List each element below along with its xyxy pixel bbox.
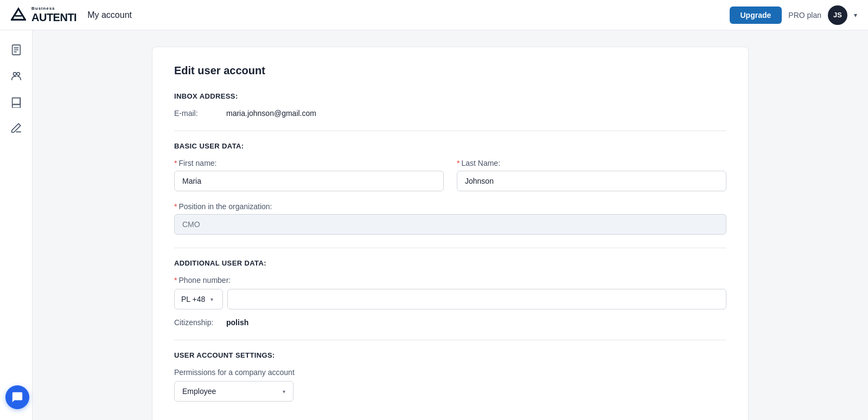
last-name-col: * Last Name: (457, 159, 726, 191)
chat-button[interactable] (5, 385, 29, 409)
required-star-firstname: * (174, 159, 177, 167)
citizenship-value: polish (226, 318, 248, 327)
phone-country-value: PL +48 (181, 295, 205, 303)
header-chevron-icon[interactable]: ▾ (854, 11, 857, 19)
sidebar-item-pen[interactable] (5, 117, 27, 139)
logo-text: AUTENTI (31, 11, 76, 23)
name-row: * First name: * Last Name: (174, 159, 726, 191)
citizenship-label: Citizenship: (174, 318, 218, 327)
first-name-col: * First name: (174, 159, 444, 191)
svg-point-7 (16, 73, 19, 76)
upgrade-button[interactable]: Upgrade (730, 7, 782, 24)
citizenship-row: Citizenship: polish (174, 318, 726, 327)
position-label: * Position in the organization: (174, 202, 726, 211)
email-value: maria.johnson@gmail.com (226, 109, 316, 118)
logo-business-label: Business (31, 7, 76, 11)
inbox-section: INBOX ADDRESS: E-mail: maria.johnson@gma… (174, 92, 726, 118)
svg-marker-0 (12, 9, 25, 20)
permissions-chevron-icon: ▾ (283, 389, 285, 395)
sidebar-item-document[interactable] (5, 39, 27, 61)
email-field-row: E-mail: maria.johnson@gmail.com (174, 109, 726, 118)
first-name-input[interactable] (174, 171, 444, 191)
sidebar-item-users[interactable] (5, 65, 27, 87)
position-group: * Position in the organization: (174, 202, 726, 235)
additional-section-label: ADDITIONAL USER DATA: (174, 259, 726, 267)
permissions-select[interactable]: Employee ▾ (174, 381, 293, 402)
avatar[interactable]: JS (828, 5, 847, 25)
svg-point-6 (13, 73, 16, 76)
settings-section: USER ACCOUNT SETTINGS: Permissions for a… (174, 351, 726, 402)
last-name-input[interactable] (457, 171, 726, 191)
divider-2 (174, 248, 726, 248)
page-title: My account (87, 10, 132, 20)
last-name-label: * Last Name: (457, 159, 726, 167)
position-input[interactable] (174, 214, 726, 235)
logo-area: Business AUTENTI (11, 7, 76, 23)
settings-section-label: USER ACCOUNT SETTINGS: (174, 351, 726, 359)
sidebar (0, 30, 33, 420)
phone-country-select[interactable]: PL +48 ▾ (174, 289, 223, 309)
required-star-position: * (174, 202, 177, 211)
required-star-lastname: * (457, 159, 459, 167)
required-star-phone: * (174, 276, 177, 285)
header-right: Upgrade PRO plan JS ▾ (730, 5, 858, 25)
sidebar-item-book[interactable] (5, 91, 27, 113)
edit-form-card: Edit user account INBOX ADDRESS: E-mail:… (152, 47, 749, 420)
plan-label: PRO plan (788, 11, 821, 20)
header: Business AUTENTI My account Upgrade PRO … (0, 0, 868, 30)
main-content: Edit user account INBOX ADDRESS: E-mail:… (33, 30, 868, 420)
autenti-logo (11, 7, 26, 22)
first-name-label: * First name: (174, 159, 444, 167)
basic-section-label: BASIC USER DATA: (174, 142, 726, 150)
basic-section: BASIC USER DATA: * First name: * Last Na… (174, 142, 726, 235)
phone-label: * Phone number: (174, 276, 726, 285)
phone-number-input[interactable] (227, 289, 726, 309)
permissions-value: Employee (182, 387, 216, 396)
phone-row: PL +48 ▾ (174, 289, 726, 309)
email-label: E-mail: (174, 109, 218, 118)
permissions-label: Permissions for a company account (174, 368, 726, 377)
phone-country-chevron-icon: ▾ (210, 296, 213, 302)
form-title: Edit user account (174, 64, 726, 77)
additional-section: ADDITIONAL USER DATA: * Phone number: PL… (174, 259, 726, 327)
divider-3 (174, 340, 726, 340)
divider-1 (174, 131, 726, 131)
inbox-section-label: INBOX ADDRESS: (174, 92, 726, 100)
